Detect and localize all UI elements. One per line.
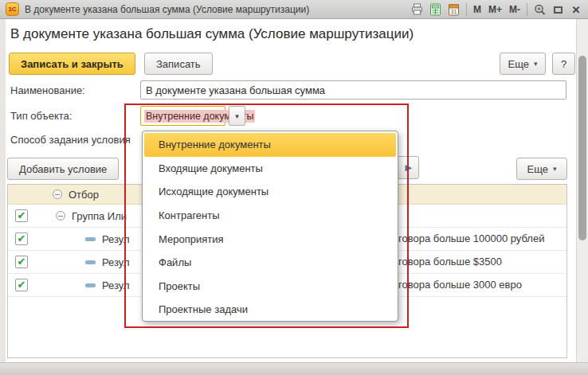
object-type-combobox[interactable]: Внутренние документы — [140, 106, 225, 126]
calculator-icon[interactable] — [428, 2, 444, 18]
dropdown-option[interactable]: Входящие документы — [143, 157, 398, 181]
window-bottom-border — [0, 362, 588, 375]
more-button-top[interactable]: Еще ▾ — [500, 53, 546, 75]
chevron-down-icon: ▾ — [553, 165, 557, 173]
condition-item-icon — [85, 283, 96, 287]
check-icon: ✔ — [18, 279, 26, 290]
titlebar-separator — [466, 3, 467, 16]
name-input[interactable] — [140, 80, 566, 100]
row-checkbox[interactable]: ✔ — [15, 256, 28, 268]
dropdown-option[interactable]: Контрагенты — [143, 204, 398, 228]
object-type-dropdown-button[interactable]: ▾ — [229, 106, 245, 126]
row-checkbox[interactable]: ✔ — [15, 209, 28, 222]
more-button-label: Еще — [508, 58, 529, 70]
dropdown-option[interactable]: Проекты — [143, 275, 398, 299]
calendar-icon[interactable]: 31 — [446, 2, 462, 18]
memory-m-minus-button[interactable]: М- — [507, 2, 523, 18]
check-icon: ✔ — [18, 233, 26, 244]
print-icon[interactable] — [410, 2, 425, 18]
save-and-close-button[interactable]: Записать и закрыть — [9, 53, 135, 75]
1c-logo-icon: 1С — [6, 2, 19, 16]
window-title: В документе указана большая сумма (Услов… — [25, 4, 309, 15]
row-label: Резул — [102, 233, 130, 245]
row-right-text: говора больше 3000 евро — [398, 279, 522, 291]
titlebar-separator — [527, 3, 527, 16]
svg-text:31: 31 — [451, 9, 457, 14]
check-icon: ✔ — [18, 210, 26, 221]
row-checkbox[interactable]: ✔ — [15, 279, 28, 291]
chevron-down-icon: ▾ — [534, 60, 538, 68]
collapse-icon[interactable] — [53, 189, 62, 199]
row-label: Резул — [102, 256, 130, 268]
row-right-text: говора больше $3500 — [398, 256, 502, 268]
condition-item-icon — [85, 260, 96, 264]
app-window: 1С В документе указана большая сумма (Ус… — [0, 0, 588, 375]
filter-group-header-label: Отбор — [69, 189, 99, 201]
dropdown-option[interactable]: Файлы — [143, 251, 398, 275]
page-title: В документе указана большая сумма (Услов… — [10, 26, 414, 42]
maximize-icon[interactable] — [550, 2, 566, 18]
close-icon[interactable]: ✕ — [568, 2, 584, 18]
more-button-filter[interactable]: Еще ▾ — [516, 158, 567, 180]
title-bar: 1С В документе указана большая сумма (Ус… — [0, 0, 588, 19]
collapse-icon[interactable] — [56, 211, 65, 221]
form-content: В документе указана большая сумма (Услов… — [6, 19, 576, 362]
scrollbar-thumb[interactable] — [578, 56, 586, 240]
dropdown-option-selected[interactable]: Внутренние документы — [144, 133, 396, 157]
memory-m-plus-button[interactable]: М+ — [486, 2, 504, 18]
row-label: Группа Или — [72, 210, 127, 222]
blue-arrow-icon: ▶ — [406, 162, 412, 173]
check-icon: ✔ — [18, 256, 26, 267]
dropdown-option[interactable]: Исходящие документы — [143, 180, 398, 204]
name-field-label: Наименование: — [10, 84, 85, 96]
add-condition-button[interactable]: Добавить условие — [7, 158, 119, 180]
condition-method-label: Способ задания условия — [10, 134, 131, 146]
vertical-scrollbar[interactable] — [576, 19, 588, 362]
object-type-label: Тип объекта: — [10, 110, 72, 122]
zoom-icon[interactable] — [531, 2, 547, 18]
dropdown-option[interactable]: Мероприятия — [143, 227, 398, 251]
object-type-dropdown-list: Внутренние документы Входящие документы … — [142, 131, 398, 322]
dropdown-option[interactable]: Проектные задачи — [143, 298, 398, 322]
more-button-label: Еще — [527, 163, 548, 175]
help-button[interactable]: ? — [552, 53, 575, 75]
condition-item-icon — [85, 237, 96, 241]
row-right-text: говора больше 100000 рублей — [398, 232, 544, 244]
save-button[interactable]: Записать — [144, 53, 213, 75]
row-checkbox[interactable]: ✔ — [15, 232, 28, 245]
memory-m-button[interactable]: М — [471, 2, 484, 18]
row-label: Резул — [102, 279, 130, 291]
